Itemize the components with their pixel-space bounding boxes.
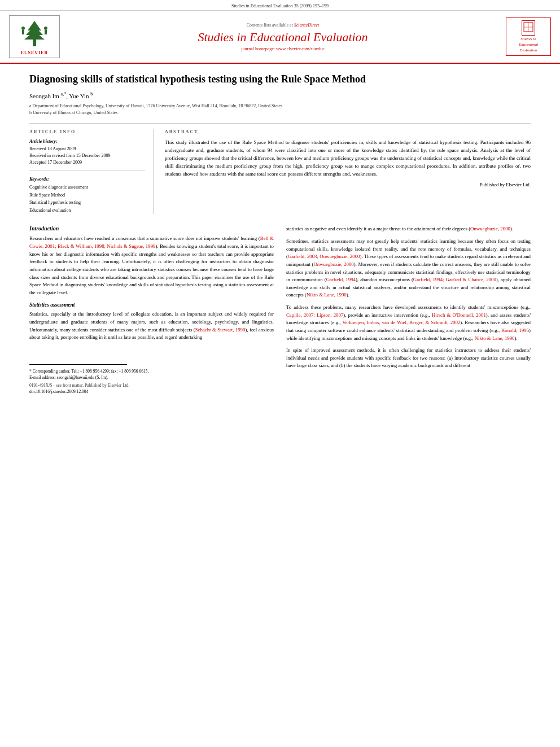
journal-homepage: journal homepage: www.elsevier.com/stued… bbox=[60, 46, 506, 51]
info-divider bbox=[29, 171, 145, 171]
corresponding-author: * Corresponding author. Tel.: +1 808 956… bbox=[29, 368, 274, 374]
keyword-2: Rule Space Method bbox=[29, 191, 145, 199]
right-body-col: statistics as negative and even identify… bbox=[286, 225, 531, 394]
article-title: Diagnosing skills of statistical hypothe… bbox=[29, 73, 531, 86]
svg-rect-7 bbox=[45, 30, 47, 34]
ref-nikto2[interactable]: Nikto & Lane, 1990 bbox=[475, 335, 515, 341]
header-center: Contents lists available at ScienceDirec… bbox=[60, 23, 506, 51]
abstract-col: ABSTRACT This study illustrated the use … bbox=[165, 129, 531, 214]
svg-rect-5 bbox=[22, 30, 24, 34]
ref-bell[interactable]: Bell & Cowie, 2001; Black & William, 199… bbox=[29, 235, 274, 249]
intro-heading: Introduction bbox=[29, 225, 274, 231]
affiliation-b: b University of Illinois at Chicago, Uni… bbox=[29, 110, 531, 116]
ref-garfield3[interactable]: Garfield, 1994; Garfied & Chance, 2000 bbox=[413, 277, 496, 282]
ref-konold[interactable]: Konold, 1995 bbox=[501, 327, 529, 333]
stats-assessment-heading: Statistics assessment bbox=[29, 302, 274, 308]
footnotes-area: * Corresponding author. Tel.: +1 808 956… bbox=[29, 364, 274, 395]
journal-line: Studies in Educational Evaluation 35 (20… bbox=[0, 0, 560, 11]
svg-marker-3 bbox=[24, 31, 45, 40]
journal-logo-box: Studies inEducationalEvaluation bbox=[506, 18, 551, 56]
affiliations: a Department of Educational Psychology, … bbox=[29, 103, 531, 116]
right-para3: To address these problems, many research… bbox=[286, 304, 531, 342]
received-date: Received 18 August 2009 bbox=[29, 146, 145, 152]
journal-title: Studies in Educational Evaluation bbox=[60, 30, 506, 45]
article-info-col: ARTICLE INFO Article history: Received 1… bbox=[29, 129, 154, 214]
sciencedirect-line: Contents lists available at ScienceDirec… bbox=[60, 23, 506, 28]
history-label: Article history: bbox=[29, 139, 145, 144]
info-abstract-row: ARTICLE INFO Article history: Received 1… bbox=[29, 129, 531, 214]
intro-para1: Researchers and educators have reached a… bbox=[29, 235, 274, 296]
abstract-text: This study illustrated the use of the Ru… bbox=[165, 139, 531, 178]
article-info-heading: ARTICLE INFO bbox=[29, 129, 145, 134]
right-para1: statistics as negative and even identify… bbox=[286, 225, 531, 233]
footnote-divider bbox=[29, 364, 127, 365]
email-footnote: E-mail address: seongahi@hawaii.edu (S. … bbox=[29, 374, 274, 381]
svg-rect-0 bbox=[33, 40, 36, 46]
stats-para1: Statistics, especially at the introducto… bbox=[29, 311, 274, 342]
keyword-4: Educational evaluation bbox=[29, 207, 145, 215]
affiliation-a: a Department of Educational Psychology, … bbox=[29, 103, 531, 110]
ref-onwueg1[interactable]: Onwuegbuzie, 2000 bbox=[470, 226, 510, 231]
sciencedirect-link[interactable]: ScienceDirect bbox=[294, 23, 320, 28]
abstract-heading: ABSTRACT bbox=[165, 129, 531, 134]
ref-garfield2[interactable]: Garfield, 1994 bbox=[326, 277, 356, 282]
revised-date: Received in revised form 15 December 200… bbox=[29, 152, 145, 159]
published-by: Published by Elsevier Ltd. bbox=[165, 182, 531, 187]
body-section: Introduction Researchers and educators h… bbox=[29, 225, 531, 394]
ref-verkoeijen[interactable]: Verkoeijen, Imbos, van de Wiel, Berger, … bbox=[342, 320, 460, 325]
elsevier-logo: ELSEVIER bbox=[9, 15, 60, 58]
ref-hirsch[interactable]: Hirsch & O'Donnell, 2001 bbox=[432, 312, 486, 318]
authors: Seongah Im a,*, Yue Yin b bbox=[29, 91, 531, 99]
keyword-1: Cognitive diagnostic assessment bbox=[29, 184, 145, 191]
keyword-3: Statistical hypothesis testing bbox=[29, 199, 145, 207]
ref-onwueg2[interactable]: Onwuegbuzie, 2000 bbox=[314, 261, 354, 267]
keywords-section: Keywords: Cognitive diagnostic assessmen… bbox=[29, 177, 145, 214]
keywords-label: Keywords: bbox=[29, 177, 145, 182]
divider bbox=[29, 123, 531, 124]
main-content: Diagnosing skills of statistical hypothe… bbox=[0, 64, 560, 405]
ref-schacht[interactable]: Schacht & Stewart, 1990 bbox=[195, 327, 246, 333]
ref-capilla[interactable]: Capilla, 2007; Lipson, 2007 bbox=[286, 312, 343, 318]
elsevier-brand: ELSEVIER bbox=[21, 50, 48, 55]
journal-logo-right: Studies inEducationalEvaluation bbox=[506, 18, 551, 56]
doi-line: doi:10.1016/j.stueduc.2009.12.004 bbox=[29, 389, 274, 394]
svg-point-4 bbox=[21, 27, 25, 30]
ref-nikto1[interactable]: Nikto & Lane, 1990 bbox=[307, 292, 347, 298]
right-para2: Sometimes, statistics assessments may no… bbox=[286, 238, 531, 299]
ref-garfield1[interactable]: Garfield, 2003; Onwuegbuzie, 2000 bbox=[288, 254, 360, 259]
right-para4: In spite of improved assessment methods,… bbox=[286, 347, 531, 370]
header-band: ELSEVIER Contents lists available at Sci… bbox=[0, 11, 560, 64]
issn-line: 0191-491X/$ – see front matter. Publishe… bbox=[29, 383, 274, 388]
left-body-col: Introduction Researchers and educators h… bbox=[29, 225, 274, 394]
svg-point-6 bbox=[44, 27, 47, 30]
accepted-date: Accepted 17 December 2009 bbox=[29, 159, 145, 166]
